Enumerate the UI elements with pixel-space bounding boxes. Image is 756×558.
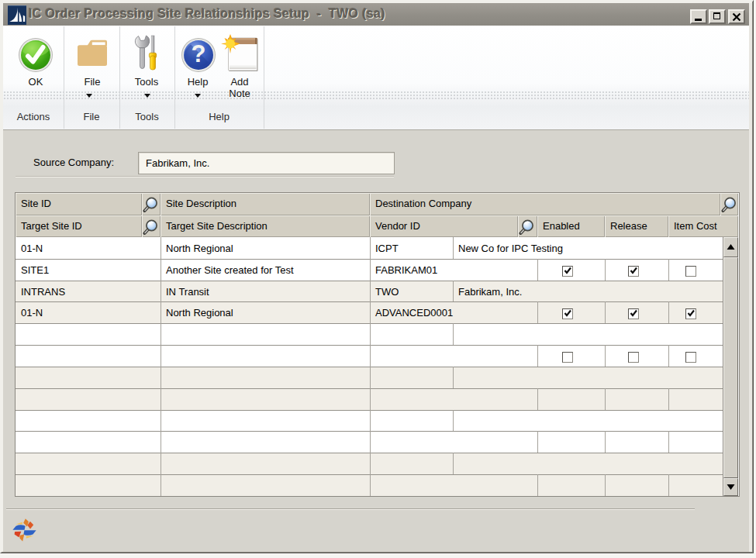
svg-text:?: ? — [192, 40, 206, 67]
